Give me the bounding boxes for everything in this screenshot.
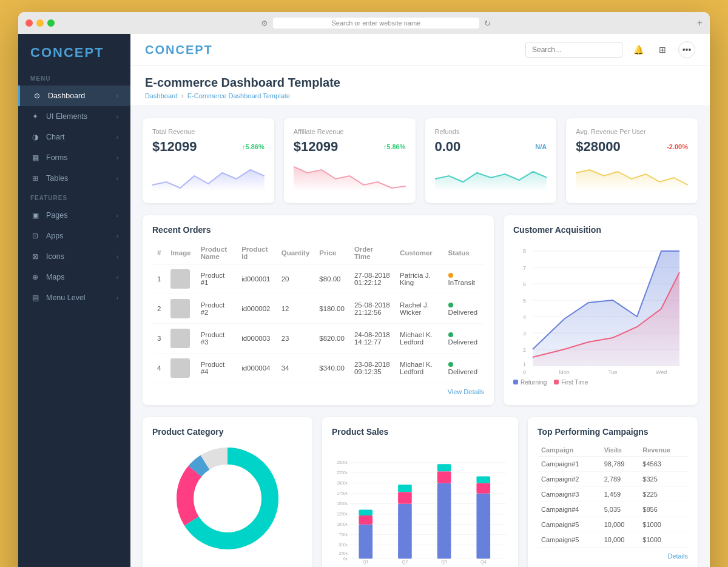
sidebar-item-label: UI Elements [46,112,87,121]
cell-revenue: $225 [639,487,688,502]
mini-chart-refunds [435,161,547,191]
sidebar-item-apps[interactable]: ⊡ Apps › [18,226,130,246]
campaigns-title: Top Performing Campaigns [538,427,688,437]
minimize-dot[interactable] [36,19,44,27]
sidebar-item-chart[interactable]: ◑ Chart › [18,127,130,147]
svg-text:Q2: Q2 [402,559,408,565]
stat-value: $12099 [152,139,197,155]
sidebar-item-label: Tables [46,174,68,183]
table-row: Campaign#5 10,000 $1000 [538,532,688,548]
top-header: CONCEPT 🔔 ⊞ ••• [130,34,710,66]
cell-image [166,264,195,294]
stat-title: Total Revenue [152,128,265,135]
stat-title: Avg. Revenue Per User [576,128,688,135]
stat-card-affiliate-revenue: Affiliate Revenue $12099 ↑5.86% [284,118,416,203]
chevron-icon: › [116,175,118,182]
grid-icon[interactable]: ⊞ [654,41,671,58]
mini-chart-affiliate [294,161,406,191]
svg-text:Q1: Q1 [363,559,369,565]
sidebar-item-forms[interactable]: ▦ Forms › [18,147,130,168]
svg-rect-57 [398,492,412,503]
sidebar-item-icons[interactable]: ⊠ Icons › [18,246,130,267]
cell-campaign: Campaign#5 [538,532,601,548]
stat-value: $28000 [576,139,620,155]
close-dot[interactable] [25,19,33,27]
svg-text:1750k: 1750k [337,491,348,495]
cell-revenue: $325 [639,472,688,487]
svg-text:5: 5 [523,298,526,304]
maximize-dot[interactable] [47,19,55,27]
refresh-icon[interactable]: ↻ [484,19,491,28]
search-input[interactable] [525,42,622,58]
sidebar-item-pages[interactable]: ▣ Pages › [18,205,130,226]
details-link[interactable]: Details [538,552,688,560]
cell-campaign: Campaign#1 [538,457,601,472]
cell-image [166,324,195,354]
sidebar: CONCEPT MENU ⊙ Dashboard › ✦ UI Elements… [18,34,130,567]
table-row: 4 Product #4 id000004 34 $340.00 23-08-2… [152,354,484,383]
cell-time: 24-08-2018 14:12:77 [349,324,395,354]
svg-text:1500k: 1500k [337,502,348,506]
header-logo: CONCEPT [145,43,213,57]
svg-text:1: 1 [523,361,526,367]
cell-product-name: Product #2 [196,294,237,324]
view-details-link[interactable]: View Details [152,388,484,395]
svg-text:Tue: Tue [608,369,617,375]
sidebar-item-maps[interactable]: ⊕ Maps › [18,267,130,287]
cell-status: Delivered [443,294,484,324]
table-row: Campaign#2 2,789 $325 [538,472,688,487]
more-icon[interactable]: ••• [678,41,695,58]
maps-icon: ⊕ [30,272,40,282]
cell-product-id: id000004 [237,354,277,383]
stat-badge: -2.00% [667,143,688,150]
svg-text:2: 2 [523,347,526,353]
svg-text:0k: 0k [343,557,348,561]
cell-customer: Patricia J. King [395,264,443,294]
sidebar-item-ui-elements[interactable]: ✦ UI Elements › [18,106,130,127]
cell-time: 23-08-2018 09:12:35 [349,354,395,383]
stat-cards-grid: Total Revenue $12099 ↑5.86% Affiliate Re [143,118,698,203]
chevron-icon: › [116,295,118,301]
sidebar-item-tables[interactable]: ⊞ Tables › [18,168,130,189]
cell-time: 25-08-2018 21:12:56 [349,294,395,324]
cell-price: $180.00 [314,294,349,324]
chevron-icon: › [116,233,118,240]
sidebar-item-menu-level[interactable]: ▤ Menu Level › [18,287,130,308]
cell-price: $80.00 [314,264,349,294]
cell-status: Delivered [443,354,484,383]
chevron-icon: › [116,155,118,161]
col-num: # [152,242,166,264]
svg-marker-0 [152,170,265,191]
cell-price: $820.00 [314,324,349,354]
app-layout: CONCEPT MENU ⊙ Dashboard › ✦ UI Elements… [18,34,710,567]
browser-window: ⚙ Search or enter website name ↻ + CONCE… [18,12,710,567]
svg-marker-2 [435,172,547,191]
cell-visits: 10,000 [601,517,639,532]
stat-value: 0.00 [435,139,461,155]
campaigns-table: Campaign Visits Revenue Campaign#1 98,78… [538,444,688,548]
notification-icon[interactable]: 🔔 [630,41,647,58]
stat-card-avg-revenue: Avg. Revenue Per User $28000 -2.00% [566,118,698,203]
cell-campaign: Campaign#2 [538,472,601,487]
dashboard-icon: ⊙ [32,91,42,101]
product-image [170,329,190,348]
bar-chart: 2500k 2250k 2000k 1750k 1500k 1250k 1000… [332,444,508,567]
product-sales-card: Product Sales 2500k 2250k 2000k 1750k 15… [322,417,518,567]
url-bar[interactable]: Search or enter website name [273,18,479,29]
apps-icon: ⊡ [30,231,40,241]
cell-product-id: id000002 [237,294,277,324]
cell-quantity: 34 [277,354,315,383]
sidebar-item-dashboard[interactable]: ⊙ Dashboard › [18,86,130,106]
breadcrumb-home[interactable]: Dashboard [145,92,178,99]
cell-price: $340.00 [314,354,349,383]
sidebar-item-label: Apps [46,232,64,240]
settings-icon: ⚙ [261,19,268,28]
cell-num: 3 [152,324,166,354]
table-row: Campaign#1 98,789 $4563 [538,457,688,472]
new-tab-button[interactable]: + [697,18,703,29]
svg-text:4: 4 [523,314,526,320]
cell-image [166,354,195,383]
svg-text:Wed: Wed [656,369,667,375]
stat-badge: ↑5.86% [383,143,406,150]
cell-campaign: Campaign#5 [538,517,601,532]
